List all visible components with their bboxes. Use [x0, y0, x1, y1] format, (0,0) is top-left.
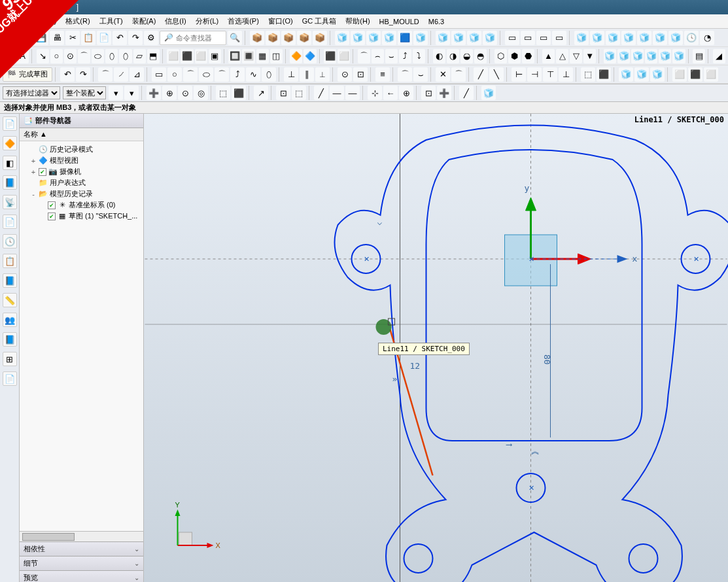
navigator-scroll-h[interactable] [20, 531, 143, 541]
menu-item[interactable]: 窗口(O) [264, 15, 297, 27]
toolbar-button[interactable]: ⊙ [64, 49, 77, 63]
menu-item[interactable]: 信息(I) [161, 15, 190, 27]
toolbar-button[interactable]: ◢ [713, 49, 725, 63]
toolbar-row-1[interactable]: 🗋📂💾🖶✂📋📄↶↷⚙🔎🔍📦📦📦📦📦🧊🧊🧊🧊🟦🧊🧊🧊🧊🧊▭▭▭▭🧊🧊🧊🧊🧊🧊🧊🕓◔ [0, 29, 728, 47]
toolbar-button[interactable]: ⌒ [451, 67, 466, 82]
finish-sketch-button[interactable]: 🏁完成草图 [3, 67, 52, 82]
toolbar-button[interactable]: ⬜ [704, 67, 718, 82]
toolbar-button[interactable]: 📂 [18, 31, 33, 45]
toolbar-button[interactable]: 🧊 [650, 67, 665, 82]
graphics-canvas[interactable]: Line11 / SKETCH_000 [144, 114, 728, 582]
toolbar-button[interactable]: ↷ [76, 67, 90, 82]
toolbar-button[interactable]: A [3, 49, 15, 63]
resource-tab[interactable]: 👥 [3, 313, 17, 327]
navigator-tree[interactable]: 🕓历史记录模式+🔷模型视图+✔📷摄像机📁用户表达式-📂模型历史记录✔✳基准坐标系… [20, 141, 143, 531]
filter-button[interactable]: ← [383, 86, 398, 100]
resource-tab[interactable]: 📘 [3, 332, 17, 347]
toolbar-button[interactable]: ⊙ [338, 67, 352, 82]
toolbar-button[interactable]: ✕ [436, 67, 450, 82]
toolbar-button[interactable]: ⬛ [688, 67, 702, 82]
resource-tab[interactable]: 📄 [3, 371, 17, 386]
filter-button[interactable]: ▾ [124, 86, 139, 100]
toolbar-button[interactable]: 🧊 [668, 31, 683, 45]
toolbar-button[interactable]: ▭ [152, 67, 166, 82]
toolbar-button[interactable]: ⊿ [130, 67, 144, 82]
toolbar-button[interactable]: ⬜ [167, 49, 179, 63]
toolbar-button[interactable]: 🔶 [290, 49, 302, 63]
filter-button[interactable]: ⊹ [368, 86, 382, 100]
filter-button[interactable]: — [330, 86, 344, 100]
menu-item[interactable]: 帮助(H) [341, 15, 373, 27]
toolbar-button[interactable]: ⬚ [581, 67, 595, 82]
command-finder[interactable]: 🔎 [160, 31, 226, 45]
resource-tab[interactable]: 📘 [3, 273, 17, 288]
toolbar-button[interactable]: 🧊 [637, 31, 651, 45]
menu-item[interactable]: GC 工具箱 [298, 15, 341, 27]
toolbar-button[interactable]: 📦 [297, 31, 311, 45]
toolbar-button[interactable]: ↘ [37, 49, 49, 63]
toolbar-button[interactable]: 🧊 [606, 31, 620, 45]
toolbar-button[interactable]: ⬜ [672, 67, 687, 82]
toolbar-button[interactable]: ⬜ [338, 49, 350, 63]
filter-button[interactable]: — [345, 86, 360, 100]
section-dependency[interactable]: 相依性⌄ [20, 541, 143, 556]
filter-type-select[interactable]: 有选择过滤器 [3, 86, 60, 99]
resource-tab[interactable]: 📡 [3, 195, 17, 209]
toolbar-button[interactable]: ⊥ [559, 67, 573, 82]
toolbar-button[interactable]: 🧊 [574, 31, 589, 45]
checkbox[interactable]: ✔ [48, 201, 56, 209]
toolbar-button[interactable]: ↶ [60, 67, 75, 82]
toolbar-button[interactable]: 📦 [313, 31, 327, 45]
toolbar-button[interactable]: 🧊 [645, 49, 657, 63]
toolbar-button[interactable]: 🧊 [382, 31, 396, 45]
filter-button[interactable]: ⬛ [232, 86, 246, 100]
expand-icon[interactable]: + [30, 168, 37, 176]
filter-button[interactable]: ▾ [109, 86, 123, 100]
toolbar-button[interactable]: 📦 [266, 31, 280, 45]
filter-button[interactable]: ╱ [314, 86, 328, 100]
menu-item[interactable]: HB_MOULD [375, 16, 423, 27]
toolbar-button[interactable]: ⤴ [230, 67, 245, 82]
filter-button[interactable]: ⊡ [276, 86, 290, 100]
menu-item[interactable]: 首选项(P) [224, 15, 263, 27]
toolbar-button[interactable]: 🧊 [659, 49, 671, 63]
toolbar-button[interactable]: ⊤ [543, 67, 557, 82]
toolbar-button[interactable]: △ [556, 49, 568, 63]
toolbar-button[interactable]: ⌢ [372, 49, 384, 63]
toolbar-button[interactable]: ▭ [521, 31, 535, 45]
filter-scope-select[interactable]: 整个装配 [63, 86, 106, 99]
filter-button[interactable]: ⊡ [421, 86, 436, 100]
toolbar-button[interactable]: ▼ [583, 49, 596, 63]
filter-button[interactable]: ╱ [459, 86, 474, 100]
toolbar-button[interactable]: ◫ [270, 49, 283, 63]
toolbar-button[interactable]: ⊢ [511, 67, 526, 82]
toolbar-button[interactable]: ⬛ [181, 49, 193, 63]
toolbar-button[interactable]: ⌒ [78, 49, 90, 63]
toolbar-button[interactable]: 🗋 [3, 31, 17, 45]
toolbar-button[interactable]: 🧊 [604, 49, 616, 63]
toolbar-row-3[interactable]: 🏁完成草图↶↷⌒⟋⊿▭○⌒⬭⌒⤴∿⬯⊥∥⟂⊙⊡≡⌒⌣✕⌒╱╲⊢⊣⊤⊥⬚⬛🧊🧊🧊⬜… [0, 65, 728, 84]
filter-button[interactable]: 🧊 [481, 86, 496, 100]
toolbar-button[interactable]: ≡ [375, 67, 390, 82]
toolbar-row-2[interactable]: AA↘○⊙⌒⬭⬯⬯▱⬒⬜⬛⬜▣🔲🔳▦◫🔶🔷⬛⬜⌒⌢⌣⤴⤵◐◑◒◓⬡⬢⬣▲△▽▼🧊… [0, 47, 728, 65]
menu-item[interactable]: 分析(L) [192, 15, 222, 27]
filter-button[interactable]: ⬚ [292, 86, 306, 100]
toolbar-button[interactable]: ∿ [246, 67, 260, 82]
toolbar-button[interactable]: 🧊 [653, 31, 667, 45]
toolbar-button[interactable]: ◐ [433, 49, 445, 63]
section-detail[interactable]: 细节⌄ [20, 556, 143, 570]
toolbar-button[interactable]: 🧊 [634, 67, 649, 82]
toolbar-button[interactable]: 🔷 [303, 49, 316, 63]
toolbar-button[interactable]: ○ [50, 49, 63, 63]
toolbar-button[interactable]: 🧊 [335, 31, 349, 45]
toolbar-button[interactable]: ⌒ [398, 67, 412, 82]
toolbar-button[interactable]: ⌣ [385, 49, 398, 63]
toolbar-button[interactable]: 💾 [34, 31, 48, 45]
checkbox[interactable]: ✔ [48, 213, 56, 220]
tree-node[interactable]: +🔷模型视图 [21, 155, 142, 166]
tree-node[interactable]: 🕓历史记录模式 [21, 144, 142, 155]
resource-tab[interactable]: 🔶 [3, 136, 17, 150]
toolbar-button[interactable]: 🧊 [413, 31, 428, 45]
resource-tab[interactable]: 📄 [3, 116, 17, 131]
toolbar-button[interactable]: ⤵ [413, 49, 425, 63]
